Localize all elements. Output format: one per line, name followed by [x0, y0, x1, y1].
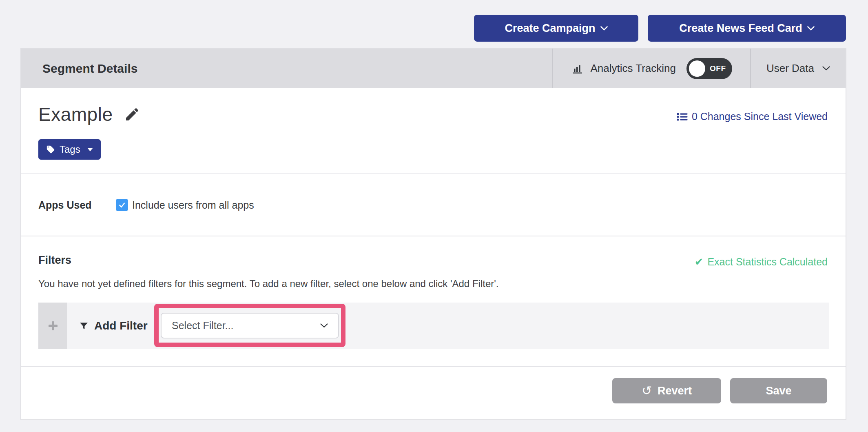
include-all-apps-label[interactable]: Include users from all apps	[132, 199, 254, 211]
tags-button[interactable]: Tags	[38, 139, 101, 160]
undo-icon: ↺	[642, 385, 652, 397]
analytics-tracking-toggle[interactable]: OFF	[686, 58, 732, 79]
changes-link-label: 0 Changes Since Last Viewed	[692, 111, 828, 122]
footer-actions: ↺ Revert Save	[612, 378, 827, 403]
plus-icon	[47, 320, 59, 332]
user-data-label: User Data	[766, 62, 814, 75]
create-campaign-button[interactable]: Create Campaign	[474, 15, 638, 42]
page-title: Segment Details	[42, 62, 552, 76]
card-header: Segment Details Analytics Tracking OFF U…	[21, 49, 846, 88]
select-filter-placeholder: Select Filter...	[172, 320, 233, 332]
exact-statistics-status: ✔ Exact Statistics Calculated	[695, 256, 828, 268]
create-news-feed-card-label: Create News Feed Card	[679, 22, 802, 35]
tag-icon	[46, 145, 55, 154]
check-icon: ✔	[695, 256, 704, 268]
add-filter-label: Add Filter	[94, 319, 148, 332]
caret-down-icon	[87, 148, 93, 151]
add-filter-label-group: Add Filter	[79, 319, 148, 332]
edit-segment-name-button[interactable]	[124, 106, 140, 122]
filter-funnel-icon	[79, 321, 89, 331]
create-news-feed-card-button[interactable]: Create News Feed Card	[648, 15, 846, 42]
analytics-tracking-label: Analytics Tracking	[590, 62, 676, 75]
chevron-down-icon	[807, 26, 815, 31]
apps-used-label: Apps Used	[38, 199, 116, 211]
add-filter-row: Add Filter Select Filter...	[38, 303, 829, 349]
section-divider	[21, 366, 846, 367]
section-divider	[21, 173, 846, 174]
checkmark-icon	[118, 201, 126, 209]
pencil-icon	[124, 106, 140, 122]
save-button[interactable]: Save	[730, 378, 827, 403]
apps-used-row: Apps Used Include users from all apps	[38, 199, 254, 211]
bar-chart-icon	[571, 62, 584, 75]
list-icon	[677, 112, 688, 121]
revert-button-label: Revert	[658, 385, 692, 397]
chevron-down-icon	[822, 66, 830, 71]
toggle-knob	[689, 60, 705, 77]
add-filter-plus-button[interactable]	[38, 303, 67, 349]
exact-statistics-label: Exact Statistics Calculated	[707, 256, 828, 268]
chevron-down-icon	[600, 26, 608, 31]
changes-since-last-viewed-link[interactable]: 0 Changes Since Last Viewed	[677, 111, 828, 122]
create-campaign-label: Create Campaign	[505, 22, 595, 35]
chevron-down-icon	[320, 323, 328, 328]
tags-button-label: Tags	[60, 144, 80, 155]
top-action-bar: Create Campaign Create News Feed Card	[474, 15, 846, 42]
toggle-state-label: OFF	[710, 64, 726, 73]
save-button-label: Save	[766, 385, 791, 397]
user-data-dropdown[interactable]: User Data	[751, 49, 846, 88]
segment-name-row: Example	[38, 103, 140, 125]
revert-button[interactable]: ↺ Revert	[612, 378, 721, 403]
filters-section-title: Filters	[38, 254, 71, 267]
include-all-apps-checkbox[interactable]	[116, 199, 128, 211]
segment-details-card: Segment Details Analytics Tracking OFF U…	[20, 48, 846, 420]
select-filter-dropdown[interactable]: Select Filter...	[161, 313, 339, 338]
analytics-tracking-block: Analytics Tracking OFF	[552, 49, 751, 88]
filters-description: You have not yet defined filters for thi…	[38, 278, 498, 289]
segment-name: Example	[38, 103, 113, 125]
annotation-highlight: Select Filter...	[154, 304, 345, 347]
section-divider	[21, 236, 846, 236]
